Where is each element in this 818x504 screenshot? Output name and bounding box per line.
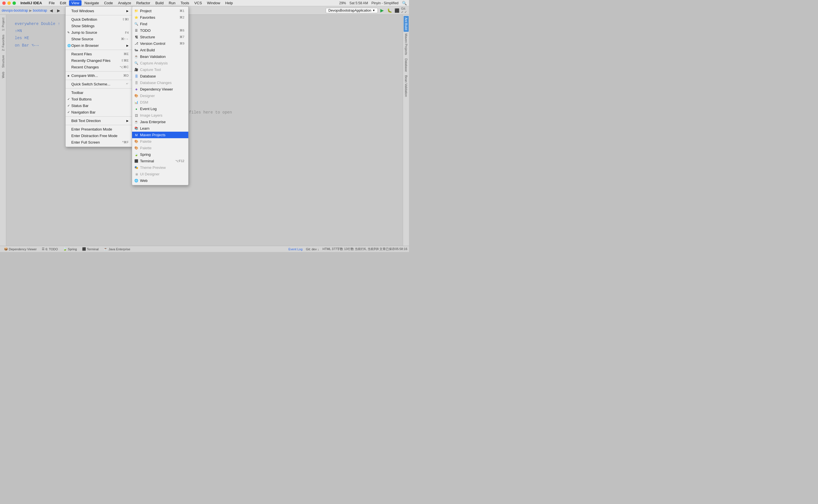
tw-todo[interactable]: ☰ TODO ⌘6 xyxy=(132,27,188,34)
event-log-link[interactable]: Event Log xyxy=(288,247,303,251)
view-menu-recent-files[interactable]: Recent Files ⌘E xyxy=(66,51,133,57)
arrow-icon: ▶ xyxy=(126,9,129,12)
right-tab-maven[interactable]: Maven Projects xyxy=(404,32,409,57)
tw-palette1: 🎨 Palette xyxy=(132,138,188,145)
debug-button[interactable]: 🐛 xyxy=(386,7,393,14)
tw-dependency-viewer[interactable]: ◈ Dependency Viewer xyxy=(132,86,188,93)
full-screen-label: Enter Full Screen xyxy=(71,140,100,144)
forward-button[interactable]: ▶ xyxy=(56,7,62,14)
tw-ant-build[interactable]: 🐜 Ant Build xyxy=(132,47,188,53)
tw-version-control[interactable]: ⎇ Version Control ⌘9 xyxy=(132,40,188,47)
view-menu-show-siblings[interactable]: Show Siblings xyxy=(66,23,133,29)
view-menu-jump-to-source[interactable]: ✎ Jump to Source F4 xyxy=(66,29,133,36)
git-status[interactable]: Git: ✓ ✓ xyxy=(401,7,407,14)
spring-icon: 🍃 xyxy=(63,247,67,251)
view-menu-recently-changed[interactable]: Recently Changed Files ⇧⌘E xyxy=(66,57,133,64)
view-menu-tool-windows[interactable]: Tool Windows ▶ xyxy=(66,8,133,14)
status-tab-spring[interactable]: 🍃 Spring xyxy=(61,247,79,251)
tw-favorites[interactable]: ⭐ Favorites ⌘2 xyxy=(132,14,188,21)
status-bar: 📦 Dependency Viewer ☰ 6: TODO 🍃 Spring ⬛… xyxy=(0,246,409,252)
find-icon: 🔍 xyxy=(134,22,138,26)
tw-designer: 🎨 Designer xyxy=(132,93,188,99)
view-menu-full-screen[interactable]: Enter Full Screen ^⌘F xyxy=(66,139,133,146)
menu-bar: File Edit View Navigate Code Analyze Ref… xyxy=(47,0,235,6)
tw-bean-validation[interactable]: ☕ Bean Validation xyxy=(132,53,188,60)
view-menu-quick-switch[interactable]: Quick Switch Scheme... ^` xyxy=(66,81,133,87)
time-display: Sat 5:58 AM xyxy=(349,1,368,5)
recently-changed-shortcut: ⇧⌘E xyxy=(121,59,129,62)
view-menu-distraction-free[interactable]: Enter Distraction Free Mode xyxy=(66,133,133,139)
sidebar-item-favorites[interactable]: 2: Favorites xyxy=(1,33,6,53)
tw-database-label: Database xyxy=(140,74,156,78)
view-menu-open-browser[interactable]: 🌐 Open in Browser ▶ xyxy=(66,42,133,49)
right-tab-database[interactable]: Database xyxy=(404,57,409,73)
view-menu-tool-buttons[interactable]: ✓ Tool Buttons xyxy=(66,96,133,102)
close-button[interactable] xyxy=(2,1,6,5)
git-branch-info[interactable]: Git: dev ↓ xyxy=(306,247,319,251)
learn-icon: 📚 xyxy=(134,127,138,131)
menu-run[interactable]: Run xyxy=(166,0,178,6)
menu-help[interactable]: Help xyxy=(223,0,235,6)
menu-tools[interactable]: Tools xyxy=(178,0,191,6)
view-menu-sep1 xyxy=(66,15,133,15)
status-tab-terminal[interactable]: ⬛ Terminal xyxy=(80,247,101,251)
distraction-free-label: Enter Distraction Free Mode xyxy=(71,134,117,138)
right-tab-bean-validation[interactable]: Bean Validation xyxy=(404,73,409,98)
view-menu-navigation-bar[interactable]: ✓ Navigation Bar xyxy=(66,109,133,115)
tw-event-log[interactable]: ● Event Log xyxy=(132,106,188,112)
run-configuration[interactable]: DevopsBootstrapApplication ▼ xyxy=(326,8,378,13)
tw-terminal[interactable]: ⬛ Terminal ⌥F12 xyxy=(132,158,188,164)
sidebar-item-project[interactable]: 1: Project xyxy=(1,16,6,32)
show-siblings-label: Show Siblings xyxy=(71,24,95,28)
right-tab-ant-build[interactable]: Ant Build xyxy=(404,16,409,32)
jump-to-source-shortcut: F4 xyxy=(125,31,129,34)
status-tab-java-enterprise[interactable]: ☕ Java Enterprise xyxy=(101,247,132,251)
tw-terminal-label: Terminal xyxy=(140,159,154,163)
search-icon[interactable]: 🔍 xyxy=(402,1,407,5)
tw-terminal-shortcut: ⌥F12 xyxy=(175,159,184,163)
event-log-icon: ● xyxy=(134,107,138,111)
view-menu-status-bar[interactable]: ✓ Status Bar xyxy=(66,102,133,109)
menu-build[interactable]: Build xyxy=(153,0,166,6)
menu-window[interactable]: Window xyxy=(205,0,223,6)
tw-learn[interactable]: 📚 Learn xyxy=(132,125,188,132)
tw-web[interactable]: 🌐 Web xyxy=(132,177,188,184)
view-menu-show-source[interactable]: Show Source ⌘↑→ xyxy=(66,36,133,42)
menu-edit[interactable]: Edit xyxy=(58,0,68,6)
tw-spring[interactable]: 🍃 Spring xyxy=(132,151,188,158)
maximize-button[interactable] xyxy=(12,1,16,5)
tw-structure[interactable]: 🏗 Structure ⌘7 xyxy=(132,34,188,40)
tw-maven-projects[interactable]: M Maven Projects xyxy=(132,132,188,138)
menu-view[interactable]: View xyxy=(69,0,81,6)
menu-analyze[interactable]: Analyze xyxy=(116,0,133,6)
view-menu-sep2 xyxy=(66,50,133,50)
sidebar-item-web[interactable]: Web xyxy=(1,70,6,80)
status-tab-todo[interactable]: ☰ 6: TODO xyxy=(39,247,60,251)
view-menu-compare-with[interactable]: ◈ Compare With... ⌘D xyxy=(66,72,133,79)
view-menu-bidi-text[interactable]: Bidi Text Direction ▶ xyxy=(66,117,133,124)
capture-tool-icon: 🎥 xyxy=(134,68,138,72)
dsm-icon: 📊 xyxy=(134,100,138,104)
view-menu-presentation-mode[interactable]: Enter Presentation Mode xyxy=(66,126,133,133)
menu-vcs[interactable]: VCS xyxy=(192,0,204,6)
stop-button[interactable]: ⬛ xyxy=(394,7,400,14)
back-button[interactable]: ◀ xyxy=(48,7,54,14)
run-button[interactable]: ▶ xyxy=(379,7,385,14)
status-tab-dependency[interactable]: 📦 Dependency Viewer xyxy=(2,247,39,251)
view-menu-toolbar[interactable]: Toolbar xyxy=(66,89,133,96)
sidebar-item-structure[interactable]: Structure xyxy=(1,53,6,70)
menu-code[interactable]: Code xyxy=(102,0,115,6)
tw-java-enterprise[interactable]: ☕ Java Enterprise xyxy=(132,119,188,125)
terminal-label: Terminal xyxy=(87,247,99,251)
menu-refactor[interactable]: Refactor xyxy=(134,0,152,6)
recent-files-shortcut: ⌘E xyxy=(123,52,129,56)
view-menu-quick-def[interactable]: Quick Definition ⇧⌘I xyxy=(66,16,133,23)
view-menu-recent-changes[interactable]: Recent Changes ⌥⌘C xyxy=(66,64,133,70)
tw-project[interactable]: 📁 Project ⌘1 xyxy=(132,8,188,14)
tw-database[interactable]: 🗄 Database xyxy=(132,73,188,79)
menu-navigate[interactable]: Navigate xyxy=(82,0,101,6)
minimize-button[interactable] xyxy=(7,1,11,5)
tw-find[interactable]: 🔍 Find xyxy=(132,21,188,27)
menu-file[interactable]: File xyxy=(47,0,57,6)
favorites-icon: ⭐ xyxy=(134,16,138,20)
